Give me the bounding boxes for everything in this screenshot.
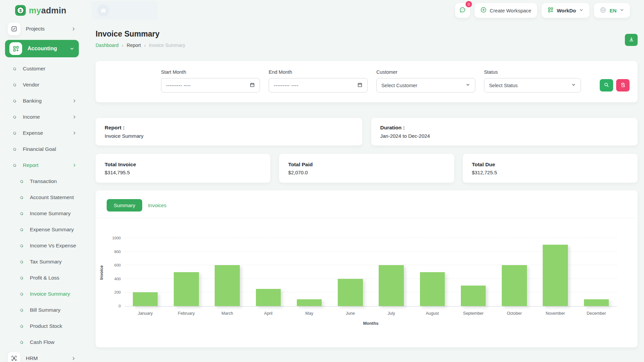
- sidebar-item-income-vs-expense[interactable]: Income Vs Expense: [5, 238, 79, 254]
- sidebar-item-banking[interactable]: Banking: [5, 93, 79, 109]
- x-axis-label: April: [248, 311, 289, 316]
- sidebar-item-profit-loss[interactable]: Profit & Loss: [5, 270, 79, 286]
- bar-december: [584, 299, 609, 306]
- status-label: Status: [484, 69, 581, 75]
- bullet-icon: [19, 244, 24, 248]
- x-axis-title: Months: [125, 321, 617, 326]
- bar-slot: [371, 238, 412, 306]
- end-month-input[interactable]: --------- ----: [269, 78, 368, 93]
- bullet-icon: [19, 276, 24, 280]
- workdo-menu-button[interactable]: WorkDo: [542, 3, 589, 18]
- end-month-group: End Month --------- ----: [269, 69, 368, 93]
- chevron-right-icon: ›: [144, 43, 146, 48]
- top-bar: $ myadmin 0 Create Workspace: [0, 0, 644, 21]
- chevron-right-icon: [72, 99, 77, 103]
- bullet-icon: [12, 115, 17, 119]
- bar-slot: [207, 238, 248, 306]
- y-axis-title: Invoice: [98, 238, 106, 307]
- sidebar-item-bill-summary[interactable]: Bill Summary: [5, 302, 79, 318]
- top-bar-actions: 0 Create Workspace WorkDo: [455, 3, 644, 18]
- x-axis-label: August: [412, 311, 453, 316]
- sidebar-item-projects[interactable]: Projects: [5, 21, 79, 37]
- messages-button[interactable]: 0: [455, 3, 470, 18]
- x-axis-label: February: [166, 311, 207, 316]
- search-button[interactable]: [600, 79, 613, 92]
- breadcrumb-current: Invoice Summary: [149, 43, 185, 48]
- y-tick-label: 200: [114, 290, 121, 294]
- bullet-icon: [19, 308, 24, 312]
- customer-group: Customer Select Customer: [376, 69, 475, 93]
- globe-icon: [600, 7, 606, 14]
- grid-plus-icon: [9, 42, 22, 55]
- breadcrumb: Dashboard › Report › Invoice Summary: [96, 43, 185, 48]
- create-workspace-button[interactable]: Create Workspace: [475, 3, 537, 18]
- sidebar-item-product-stock[interactable]: Product Stock: [5, 318, 79, 334]
- duration-card: Duration : Jan-2024 to Dec-2024: [371, 118, 638, 145]
- sidebar-item-account-statement[interactable]: Account Statement: [5, 189, 79, 205]
- bullet-icon: [19, 260, 24, 264]
- sidebar-item-transaction[interactable]: Transaction: [5, 173, 79, 189]
- bar-november: [543, 245, 568, 306]
- sidebar-item-tax-summary[interactable]: Tax Summary: [5, 254, 79, 270]
- sidebar-item-income[interactable]: Income: [5, 109, 79, 125]
- page-header: Invoice Summary Dashboard › Report › Inv…: [96, 21, 638, 48]
- tab-invoices[interactable]: Invoices: [148, 202, 166, 208]
- bar-may: [297, 299, 322, 306]
- sidebar-item-customer[interactable]: Customer: [5, 61, 79, 77]
- download-button[interactable]: [625, 34, 638, 46]
- bullet-icon: [12, 99, 17, 103]
- user-scan-icon: [8, 352, 20, 362]
- y-tick-label: 0: [119, 304, 121, 308]
- sidebar-item-vendor[interactable]: Vendor: [5, 77, 79, 93]
- sidebar-item-invoice-summary[interactable]: Invoice Summary: [5, 286, 79, 302]
- customer-select[interactable]: Select Customer: [376, 78, 475, 93]
- bullet-icon: [12, 67, 17, 71]
- bar-august: [420, 272, 445, 306]
- bullet-icon: [19, 340, 24, 345]
- bullet-icon: [19, 324, 24, 328]
- sidebar-item-expense-summary[interactable]: Expense Summary: [5, 222, 79, 238]
- bars: [125, 238, 617, 306]
- sidebar-item-financial-goal[interactable]: Financial Goal: [5, 141, 79, 157]
- report-card: Report : Invoice Summary: [96, 118, 362, 145]
- tab-summary[interactable]: Summary: [107, 199, 142, 212]
- plus-circle-icon: [480, 7, 487, 14]
- bar-slot: [453, 238, 494, 306]
- bar-april: [256, 289, 281, 306]
- breadcrumb-dashboard[interactable]: Dashboard: [96, 43, 119, 48]
- sidebar-item-report[interactable]: Report: [5, 157, 79, 173]
- chart-card: Summary Invoices Invoice 020040060080010…: [96, 190, 638, 347]
- bar-slot: [125, 238, 166, 306]
- chevron-right-icon: [72, 115, 77, 119]
- chevron-down-icon: [466, 82, 470, 88]
- y-tick-label: 400: [114, 277, 121, 281]
- bar-july: [379, 265, 404, 306]
- chart-tabs: Summary Invoices: [96, 190, 638, 212]
- y-tick-label: 1000: [112, 236, 121, 240]
- accounting-menu: Customer Vendor Banking Income Expense F…: [5, 61, 79, 350]
- language-button[interactable]: EN: [594, 3, 630, 18]
- bullet-icon: [12, 163, 17, 168]
- filter-actions: [600, 69, 630, 93]
- sidebar-item-accounting[interactable]: Accounting: [5, 40, 79, 57]
- sidebar-item-hrm[interactable]: HRM: [5, 350, 79, 362]
- sidebar-item-cash-flow[interactable]: Cash Flow: [5, 334, 79, 350]
- start-month-input[interactable]: --------- ----: [161, 78, 260, 93]
- brand-logo: $ myadmin: [0, 5, 87, 16]
- reset-filter-button[interactable]: [616, 79, 630, 92]
- bar-slot: [412, 238, 453, 306]
- bullet-icon: [19, 212, 24, 216]
- main-content: Invoice Summary Dashboard › Report › Inv…: [96, 21, 638, 347]
- bullet-icon: [19, 195, 24, 200]
- bar-slot: [166, 238, 207, 306]
- bar-february: [174, 272, 199, 306]
- bar-slot: [289, 238, 330, 306]
- chevron-down-icon: [620, 8, 624, 13]
- status-select[interactable]: Select Status: [484, 78, 581, 93]
- checkbox-icon: [8, 22, 20, 35]
- x-axis-label: October: [494, 311, 535, 316]
- sidebar-item-income-summary[interactable]: Income Summary: [5, 205, 79, 222]
- sidebar-item-expense[interactable]: Expense: [5, 125, 79, 141]
- chevron-right-icon: ›: [122, 43, 123, 48]
- x-axis-label: March: [207, 311, 248, 316]
